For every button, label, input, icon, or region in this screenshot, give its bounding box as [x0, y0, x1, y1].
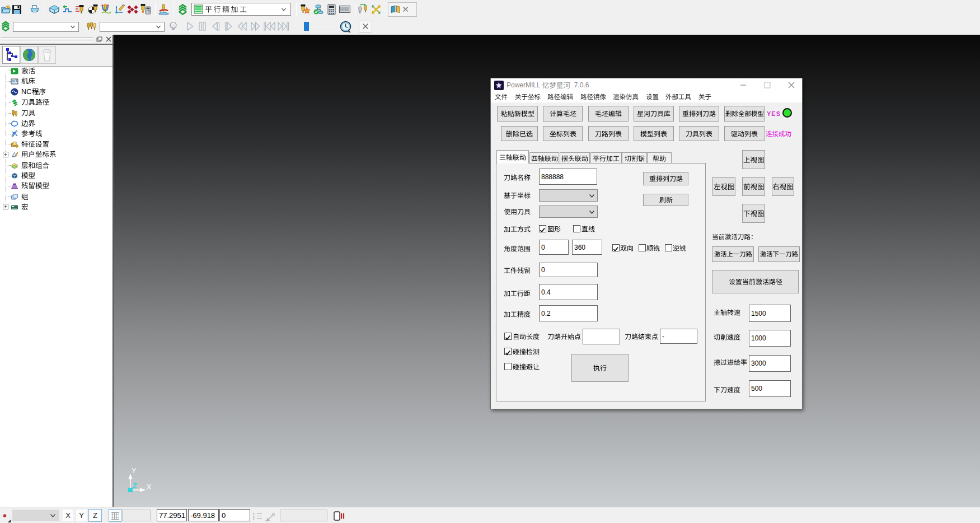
svg-text:X: X [147, 483, 152, 491]
svg-text:Z: Z [133, 482, 137, 490]
svg-text:Y: Y [132, 467, 137, 475]
svg-text:z: z [253, 517, 255, 521]
